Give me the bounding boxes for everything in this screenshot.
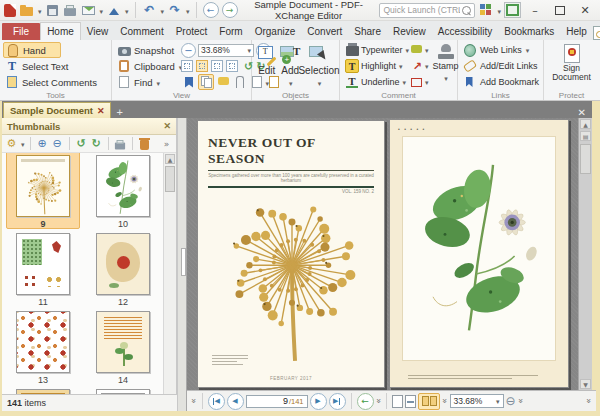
fit-visible-button[interactable]: [226, 60, 238, 72]
thumbnail-page-11[interactable]: 11: [10, 233, 76, 307]
ui-options-dropdown[interactable]: [496, 5, 501, 16]
first-page-button[interactable]: ◀: [208, 393, 225, 410]
maximize-button[interactable]: [549, 2, 571, 18]
previous-view-button[interactable]: ←: [357, 393, 374, 410]
hand-tool-button[interactable]: Hand: [3, 42, 61, 58]
attachments-pane-button[interactable]: [232, 74, 248, 90]
bookmarks-pane-button[interactable]: [181, 74, 197, 90]
add-edit-links-button[interactable]: Add/Edit Links: [461, 58, 540, 74]
save-button[interactable]: [45, 3, 60, 18]
sticky-note-button[interactable]: [411, 45, 422, 55]
redo-button[interactable]: [167, 3, 182, 18]
fit-width-layout-button[interactable]: [405, 395, 416, 408]
print-button[interactable]: [63, 3, 78, 18]
close-document-button[interactable]: ✕: [578, 107, 592, 118]
email-button[interactable]: [81, 3, 96, 18]
open-file-button[interactable]: [19, 3, 34, 18]
thumbnails-print-button[interactable]: [114, 137, 127, 150]
tab-protect[interactable]: Protect: [170, 22, 214, 40]
new-tab-button[interactable]: +: [116, 106, 122, 118]
typewriter-button[interactable]: Typewriter: [361, 45, 403, 55]
edit-objects-button[interactable]: T Edit: [255, 42, 279, 90]
scroll-down-icon[interactable]: ▼: [580, 379, 591, 389]
tab-form[interactable]: Form: [213, 22, 248, 40]
quick-launch-input[interactable]: Quick Launch (CTRL+.): [379, 3, 475, 18]
thumbnails-delete-button[interactable]: [138, 137, 151, 150]
scroll-up-icon[interactable]: ▲: [580, 119, 591, 129]
tab-file[interactable]: File: [2, 23, 40, 40]
document-page-right[interactable]: • • • • •: [389, 119, 569, 388]
tab-help[interactable]: Help: [560, 22, 593, 40]
thumbnails-pane-button[interactable]: [198, 74, 214, 90]
underline-button[interactable]: Underline: [361, 77, 400, 87]
tab-home[interactable]: Home: [40, 22, 81, 40]
thumbnail-page-12[interactable]: 12: [90, 233, 156, 307]
open-dropdown[interactable]: [37, 5, 42, 16]
thumbnails-options-dropdown[interactable]: [20, 138, 25, 149]
scroll-pagejump-icon[interactable]: ▤: [580, 131, 591, 141]
statusbar-overflow-right[interactable]: [586, 396, 592, 406]
document-view[interactable]: NEVER OUT OF SEASON Specimens gathered o…: [187, 118, 592, 390]
scroll-up-icon[interactable]: ▲: [165, 154, 175, 164]
select-text-button[interactable]: T Select Text: [3, 58, 108, 74]
ui-options-button[interactable]: [478, 3, 493, 18]
undo-dropdown[interactable]: [160, 5, 165, 16]
actual-size-button[interactable]: [181, 60, 193, 72]
tab-review[interactable]: Review: [387, 22, 432, 40]
web-links-button[interactable]: Web Links: [461, 42, 540, 58]
fit-width-button[interactable]: [211, 60, 223, 72]
thumbnail-page-10[interactable]: 10: [90, 155, 156, 229]
statusbar-zoom-combo[interactable]: 33.68%: [450, 394, 504, 408]
tab-convert[interactable]: Convert: [301, 22, 348, 40]
share-dropdown[interactable]: [124, 5, 129, 16]
statusbar-zoom-out-button[interactable]: [506, 394, 516, 408]
forward-button[interactable]: [222, 2, 238, 18]
next-page-button[interactable]: ▶: [310, 393, 327, 410]
document-page-left[interactable]: NEVER OUT OF SEASON Specimens gathered o…: [197, 120, 385, 388]
back-button[interactable]: [203, 2, 219, 18]
thumbnail-page-9[interactable]: 9: [10, 155, 76, 229]
statusbar-overflow-left[interactable]: [191, 396, 197, 406]
thumbnails-scrollbar[interactable]: ▲ ▼: [163, 153, 176, 411]
tab-organize[interactable]: Organize: [249, 22, 302, 40]
document-scrollbar-thumb[interactable]: [580, 144, 591, 174]
tab-comment[interactable]: Comment: [114, 22, 169, 40]
tab-bookmarks[interactable]: Bookmarks: [498, 22, 560, 40]
fullscreen-button[interactable]: [504, 2, 521, 18]
thumbnail-page-14[interactable]: 14: [90, 311, 156, 385]
document-tab-close-icon[interactable]: ✕: [97, 106, 105, 116]
comments-pane-button[interactable]: [215, 74, 231, 90]
find-tool-button[interactable]: Find: [115, 74, 179, 90]
panel-splitter[interactable]: [177, 118, 187, 411]
sign-document-button[interactable]: Sign Document: [548, 42, 596, 83]
add-bookmark-button[interactable]: Add Bookmark: [461, 74, 540, 90]
thumbnails-panel-close-icon[interactable]: ✕: [163, 121, 171, 131]
thumbnails-toolbar-overflow[interactable]: [160, 137, 173, 150]
fit-page-button[interactable]: [196, 60, 208, 72]
undo-button[interactable]: [142, 3, 157, 18]
thumbnails-rotate-ccw-button[interactable]: [75, 137, 88, 150]
email-dropdown[interactable]: [99, 5, 104, 16]
thumbnails-rotate-cw-button[interactable]: [90, 137, 103, 150]
thumbnail-page-13[interactable]: 13: [10, 311, 76, 385]
last-page-button[interactable]: ▶: [329, 393, 346, 410]
tab-share[interactable]: Share: [348, 22, 387, 40]
document-tab[interactable]: Sample Document ✕: [3, 102, 111, 118]
close-button[interactable]: ✕: [574, 2, 596, 18]
document-vertical-scrollbar[interactable]: ▲ ▤ ▼: [578, 118, 592, 390]
selection-button[interactable]: Selection: [302, 42, 336, 90]
tab-view[interactable]: View: [81, 22, 115, 40]
zoom-overflow[interactable]: [518, 396, 524, 406]
arrow-tool-button[interactable]: [413, 60, 422, 73]
single-page-layout-button[interactable]: [392, 395, 403, 408]
thumbnails-options-button[interactable]: [5, 137, 18, 150]
zoom-out-button[interactable]: −: [181, 43, 196, 58]
snapshot-button[interactable]: Snapshot: [115, 42, 179, 58]
thumbnails-zoom-in-button[interactable]: [36, 137, 49, 150]
highlight-button[interactable]: Highlight: [361, 61, 396, 71]
view-history-overflow[interactable]: [376, 396, 382, 406]
share-upload-button[interactable]: [106, 3, 121, 18]
layout-overflow[interactable]: [442, 396, 448, 406]
zoom-level-combo[interactable]: 33.68%: [198, 44, 254, 57]
minimize-button[interactable]: –: [524, 2, 546, 18]
